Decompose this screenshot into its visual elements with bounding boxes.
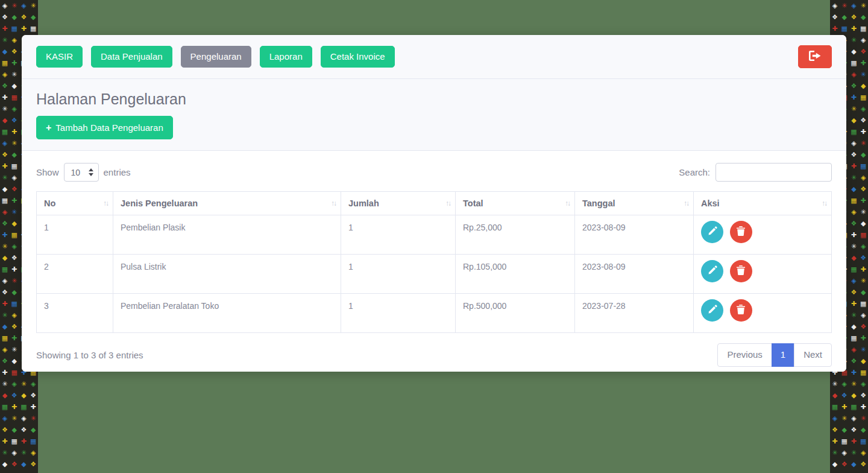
batik-motif: ✳ (858, 275, 868, 287)
batik-motif: ◈ (28, 447, 38, 459)
edit-button[interactable] (701, 299, 723, 322)
column-label: Aksi (701, 198, 720, 208)
batik-motif: ❖ (19, 11, 29, 23)
batik-motif: ✚ (858, 401, 868, 413)
batik-motif: ▦ (849, 57, 859, 69)
nav-button-cetak-invoice[interactable]: Cetak Invoice (321, 46, 395, 68)
cell-jumlah: 1 (341, 215, 456, 255)
batik-motif: ◆ (830, 459, 840, 470)
batik-motif: ◆ (19, 390, 29, 401)
batik-motif: ✳ (849, 378, 859, 390)
batik-motif: ✚ (849, 23, 859, 34)
batik-motif: ◈ (858, 172, 868, 183)
batik-motif: ✚ (858, 195, 868, 206)
batik-motif: ✚ (858, 126, 868, 138)
nav-button-laporan[interactable]: Laporan (260, 46, 312, 68)
pagination-next[interactable]: Next (794, 343, 832, 367)
batik-motif: ◆ (10, 149, 19, 160)
batik-motif: ◈ (849, 206, 859, 218)
delete-button[interactable] (730, 260, 752, 282)
batik-motif: ✚ (0, 229, 10, 241)
batik-motif: ◆ (830, 390, 840, 401)
batik-motif: ◆ (840, 424, 849, 436)
batik-motif: ◆ (858, 355, 868, 367)
batik-motif: ❖ (0, 149, 10, 160)
show-label: Show (36, 167, 59, 177)
search-input[interactable] (715, 163, 832, 182)
batik-motif: ✳ (858, 69, 868, 80)
main-card: KASIR Data Penjualan Pengeluaran Laporan… (22, 35, 846, 372)
page-length-select[interactable]: 10 (64, 163, 99, 182)
batik-motif: ◆ (840, 11, 849, 23)
delete-button[interactable] (730, 299, 752, 322)
batik-motif: ◈ (0, 69, 10, 80)
batik-motif: ◆ (28, 424, 38, 436)
batik-motif: ❖ (0, 355, 10, 367)
batik-motif: ✚ (10, 126, 19, 138)
batik-motif: ▦ (840, 23, 849, 34)
pagination-page-1[interactable]: 1 (772, 343, 794, 367)
batik-motif: ✚ (840, 470, 849, 473)
batik-motif: ✳ (10, 0, 19, 11)
batik-motif: ✳ (19, 378, 29, 390)
batik-motif: ✳ (858, 413, 868, 424)
pagination-previous[interactable]: Previous (717, 343, 772, 367)
cell-tanggal: 2023-08-09 (575, 215, 694, 255)
batik-motif: ◈ (858, 34, 868, 46)
batik-motif: ◈ (10, 241, 19, 252)
nav-bar: KASIR Data Penjualan Pengeluaran Laporan… (22, 35, 846, 79)
edit-button[interactable] (701, 221, 723, 243)
batik-motif: ◆ (0, 115, 10, 126)
batik-motif: ◆ (19, 459, 29, 470)
batik-motif: ▦ (0, 126, 10, 138)
entries-label: entries (104, 167, 131, 177)
batik-motif: ✳ (10, 138, 19, 149)
batik-motif: ✚ (0, 160, 10, 172)
nav-button-kasir[interactable]: KASIR (36, 46, 83, 68)
batik-motif: ▦ (849, 126, 859, 138)
batik-motif: ▦ (10, 23, 19, 34)
batik-motif: ✳ (849, 310, 859, 321)
batik-motif: ◆ (858, 11, 868, 23)
nav-button-data-penjualan[interactable]: Data Penjualan (91, 46, 172, 68)
cell-aksi (694, 255, 832, 294)
column-header-tanggal[interactable]: Tanggal ↑↓ (575, 192, 694, 215)
column-header-aksi[interactable]: Aksi ↑↓ (694, 192, 832, 215)
batik-motif: ❖ (858, 252, 868, 264)
column-header-jumlah[interactable]: Jumlah ↑↓ (341, 192, 456, 215)
batik-motif: ◈ (0, 206, 10, 218)
batik-motif: ◈ (10, 447, 19, 459)
plus-icon: + (46, 122, 51, 133)
batik-motif: ▦ (849, 264, 859, 275)
batik-motif: ◈ (0, 138, 10, 149)
logout-button[interactable] (798, 45, 832, 68)
sort-icon: ↑↓ (103, 199, 108, 208)
column-header-jenis[interactable]: Jenis Pengeluaran ↑↓ (113, 192, 341, 215)
column-header-no[interactable]: No ↑↓ (37, 192, 113, 215)
cell-tanggal: 2023-07-28 (575, 294, 694, 333)
add-expense-button[interactable]: + Tambah Data Pengeluaran (36, 116, 173, 139)
batik-motif: ◈ (858, 378, 868, 390)
sort-icon: ↑↓ (565, 199, 570, 208)
select-arrows-icon (89, 168, 93, 176)
nav-button-pengeluaran[interactable]: Pengeluaran (181, 46, 251, 68)
edit-button[interactable] (701, 260, 723, 282)
batik-motif: ◆ (858, 287, 868, 298)
page-title: Halaman Pengeluaran (36, 90, 832, 108)
delete-button[interactable] (730, 221, 752, 243)
batik-motif: ✳ (840, 0, 849, 11)
batik-motif: ◈ (0, 344, 10, 355)
batik-motif: ❖ (849, 11, 859, 23)
column-header-total[interactable]: Total ↑↓ (456, 192, 575, 215)
batik-motif: ◈ (849, 413, 859, 424)
batik-motif: ❖ (858, 183, 868, 195)
cell-no: 3 (37, 294, 113, 333)
batik-motif: ◈ (858, 103, 868, 115)
batik-motif: ❖ (10, 390, 19, 401)
batik-motif: ✚ (10, 401, 19, 413)
batik-motif: ◆ (858, 149, 868, 160)
batik-motif: ◆ (849, 46, 859, 57)
batik-motif: ◈ (840, 447, 849, 459)
batik-motif: ◈ (849, 0, 859, 11)
trash-icon (737, 305, 745, 316)
